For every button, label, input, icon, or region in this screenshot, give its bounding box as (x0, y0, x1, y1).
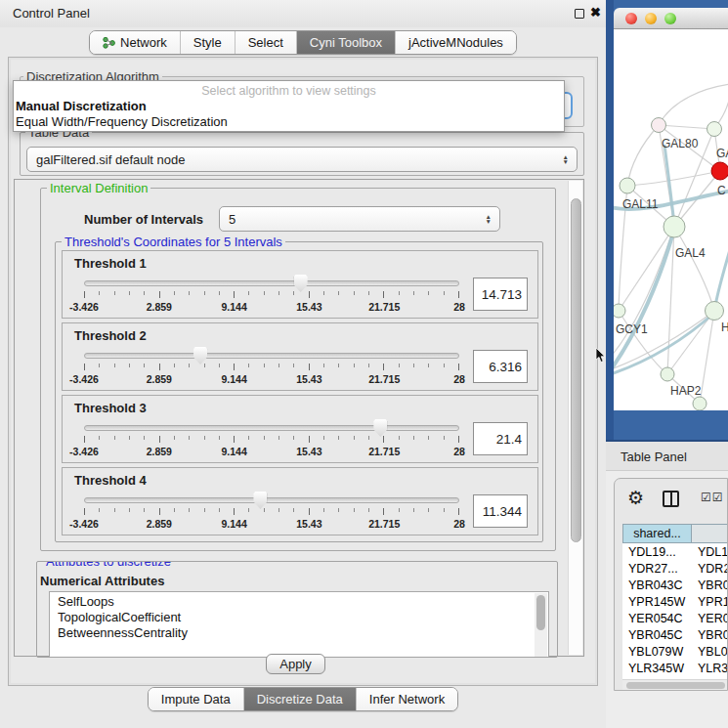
settings-scrollbar-thumb[interactable] (571, 198, 581, 542)
tab-jactivemnodules[interactable]: jActiveMNodules (396, 31, 516, 54)
table-row[interactable]: YBL079WYBL0 (622, 643, 728, 660)
threshold-3-box: Threshold 3 -3.4262.8599.14415.4321.7152… (62, 395, 538, 463)
tab-infer-network[interactable]: Infer Network (357, 688, 457, 710)
float-window-icon[interactable] (575, 9, 584, 19)
tab-label: Style (193, 35, 222, 50)
table-cell: YPR145W (622, 595, 692, 609)
table-data-value: galFiltered.sif default node (36, 152, 185, 167)
list-scrollbar-thumb[interactable] (536, 595, 545, 630)
group-title-thresholds: Threshold's Coordinates for 5 Intervals (62, 235, 285, 249)
table-panel-bar: Table Panel (606, 442, 728, 471)
network-node[interactable] (693, 397, 707, 410)
slider-thumb[interactable] (373, 419, 387, 437)
table-cell: YBR0 (692, 578, 728, 592)
table-data-combobox[interactable]: galFiltered.sif default node ▲▼ (26, 147, 578, 172)
column-header-shared-name[interactable]: shared... (622, 524, 692, 543)
threshold-slider[interactable]: -3.4262.8599.14415.4321.71528 (84, 345, 459, 388)
threshold-label: Threshold 3 (74, 401, 528, 417)
threshold-slider[interactable]: -3.4262.8599.14415.4321.71528 (84, 273, 459, 316)
network-node[interactable] (661, 367, 674, 381)
tab-label: Network (120, 35, 167, 50)
network-node[interactable] (711, 162, 728, 180)
table-row[interactable]: YLR345WYLR3 (622, 660, 728, 676)
slider-track[interactable] (84, 353, 459, 359)
spinner-arrows-icon: ▲▼ (563, 154, 569, 164)
table-row[interactable]: YDL19...YDL1 (622, 543, 728, 560)
column-header-name[interactable]: na (692, 524, 728, 543)
tab-cyni-toolbox[interactable]: Cyni Toolbox (297, 31, 396, 54)
threshold-1-box: Threshold 1 -3.4262.8599.14415.4321.7152… (62, 250, 538, 319)
algorithm-dropdown-popup: Select algorithm to view settings Manual… (13, 80, 565, 132)
tab-style[interactable]: Style (181, 31, 236, 54)
table-cell: YDR27... (622, 562, 692, 576)
table-horizontal-scrollbar[interactable] (622, 679, 727, 690)
apply-button[interactable]: Apply (266, 654, 325, 674)
table-row[interactable]: YDR27...YDR2 (622, 560, 728, 577)
network-window-titlebar[interactable] (614, 8, 728, 29)
menu-item-manual-discretization[interactable]: Manual Discretization (14, 98, 564, 113)
tab-impute-data[interactable]: Impute Data (149, 688, 244, 710)
list-item[interactable]: SelfLoops (58, 594, 548, 610)
slider-track[interactable] (84, 497, 459, 503)
table-cell: YER0 (692, 612, 728, 625)
numerical-attributes-label: Numerical Attributes (40, 574, 164, 588)
mouse-cursor (595, 348, 607, 367)
slider-thumb[interactable] (193, 347, 207, 364)
threshold-2-box: Threshold 2 -3.4262.8599.14415.4321.7152… (62, 322, 538, 391)
minimize-traffic-light[interactable] (645, 13, 657, 24)
network-node[interactable] (706, 302, 724, 321)
table-header: shared... na (622, 524, 728, 543)
slider-track[interactable] (84, 425, 459, 431)
cyni-bottom-tabbar: Impute Data Discretize Data Infer Networ… (0, 687, 606, 711)
close-traffic-light[interactable] (625, 13, 637, 24)
gear-icon[interactable]: ⚙ (627, 487, 644, 509)
checkbox-icons[interactable]: ☑☑ (701, 491, 724, 504)
threshold-value-field[interactable]: 11.344 (473, 494, 528, 528)
table-row[interactable]: YBR043CYBR0 (622, 577, 728, 593)
menu-item-equal-width-frequency[interactable]: Equal Width/Frequency Discretization (14, 113, 564, 129)
slider-track[interactable] (84, 280, 459, 286)
table-cell: YBR045C (622, 628, 692, 642)
zoom-traffic-light[interactable] (664, 13, 676, 24)
threshold-label: Threshold 1 (74, 256, 528, 273)
number-of-intervals-combobox[interactable]: 5 ▲▼ (219, 206, 500, 232)
tab-network[interactable]: Network (90, 31, 181, 54)
network-view-canvas[interactable]: GAL80GACGAL11GAL4GCY1HHAP2 (614, 29, 728, 410)
table-scrollbar-thumb[interactable] (626, 682, 725, 689)
tab-discretize-data[interactable]: Discretize Data (244, 688, 357, 710)
table-cell: YDL19... (622, 545, 692, 559)
network-node[interactable] (620, 178, 635, 193)
threshold-value-field[interactable]: 14.713 (473, 278, 528, 311)
numerical-attributes-list[interactable]: SelfLoopsTopologicalCoefficientBetweenne… (49, 591, 549, 658)
control-panel-titlebar: Control Panel ✖ (0, 0, 606, 27)
close-icon[interactable]: ✖ (590, 5, 601, 20)
spinner-arrows-icon: ▲▼ (486, 214, 492, 224)
threshold-value-field[interactable]: 21.4 (473, 422, 528, 455)
table-cell: YDR2 (692, 562, 728, 576)
settings-scrollbar[interactable] (568, 181, 582, 655)
control-panel-window: Control Panel ✖ Network Style Select Cyn… (0, 0, 606, 728)
tab-select[interactable]: Select (236, 31, 297, 54)
panel-title: Control Panel (13, 6, 90, 21)
slider-thumb[interactable] (294, 275, 308, 292)
split-columns-icon[interactable] (663, 491, 679, 507)
threshold-value-field[interactable]: 6.316 (473, 350, 528, 383)
table-row[interactable]: YBR045CYBR0 (622, 626, 728, 643)
network-node[interactable] (652, 118, 666, 133)
network-node[interactable] (707, 122, 722, 137)
node-label: HAP2 (670, 384, 702, 398)
network-node[interactable] (664, 216, 685, 237)
table-row[interactable]: YER054CYER0 (622, 610, 728, 626)
threshold-slider[interactable]: -3.4262.8599.14415.4321.71528 (84, 490, 459, 533)
network-node[interactable] (614, 304, 625, 318)
slider-axis-labels: -3.4262.8599.14415.4321.71528 (84, 446, 459, 458)
table-row[interactable]: YPR145WYPR1 (622, 593, 728, 610)
list-item[interactable]: TopologicalCoefficient (58, 610, 548, 625)
table-panel-title: Table Panel (621, 450, 687, 464)
node-table: shared... na YDL19...YDL1YDR27...YDR2YBR… (622, 524, 728, 690)
threshold-slider[interactable]: -3.4262.8599.14415.4321.71528 (84, 417, 459, 460)
list-scrollbar[interactable] (535, 593, 547, 658)
tab-label: jActiveMNodules (408, 35, 503, 50)
list-item[interactable]: BetweennessCentrality (58, 625, 548, 641)
slider-thumb[interactable] (253, 492, 267, 509)
